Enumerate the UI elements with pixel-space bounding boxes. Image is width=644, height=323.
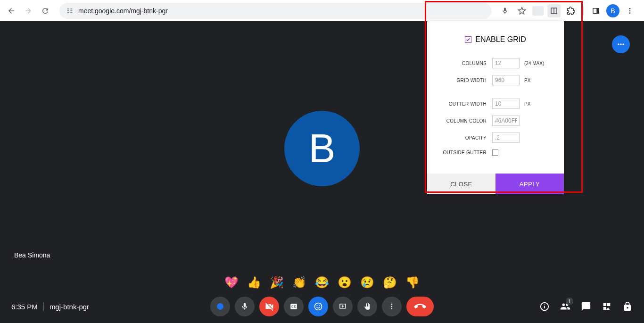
- enable-grid-checkbox[interactable]: [465, 36, 471, 43]
- reaction-party[interactable]: 🎉: [270, 276, 284, 289]
- chat-button[interactable]: [581, 301, 591, 312]
- people-button[interactable]: 1: [560, 301, 570, 312]
- reaction-wow[interactable]: 😮: [338, 276, 352, 289]
- enable-grid-label: ENABLE GRID: [475, 35, 526, 44]
- reaction-sad[interactable]: 😢: [360, 276, 374, 289]
- svg-point-6: [629, 12, 631, 14]
- sidepanel-icon[interactable]: [589, 4, 603, 17]
- mic-button[interactable]: [235, 297, 255, 316]
- reactions-bar: 💖 👍 🎉 👏 😂 😮 😢 🤔 👎: [224, 276, 420, 289]
- right-panel-controls: 1: [539, 301, 633, 312]
- columns-label: COLUMNS: [437, 61, 492, 66]
- people-count-badge: 1: [566, 298, 573, 305]
- present-button[interactable]: [333, 297, 353, 316]
- enable-grid-row[interactable]: ENABLE GRID: [437, 35, 554, 44]
- end-call-button[interactable]: [406, 297, 434, 316]
- camera-off-button[interactable]: [259, 297, 279, 316]
- svg-point-10: [315, 303, 322, 310]
- meet-more-options[interactable]: [612, 35, 630, 53]
- gridwidth-label: GRID WIDTH: [437, 78, 492, 83]
- reaction-thumbsdown[interactable]: 👎: [405, 276, 420, 289]
- host-controls-button[interactable]: [622, 301, 633, 312]
- gutter-suffix: PX: [524, 101, 530, 107]
- raise-hand-button[interactable]: [357, 297, 377, 316]
- activities-button[interactable]: [602, 301, 612, 312]
- forward-button[interactable]: [21, 3, 36, 18]
- address-bar[interactable]: meet.google.com/mgj-btnk-pgr: [59, 3, 492, 19]
- svg-point-5: [629, 10, 631, 11]
- svg-point-12: [319, 305, 320, 306]
- bookmark-star-icon[interactable]: [515, 4, 528, 17]
- svg-point-9: [622, 43, 624, 45]
- svg-point-4: [629, 8, 631, 9]
- grid-extension-popup: ENABLE GRID COLUMNS (24 MAX) GRID WIDTH …: [427, 21, 564, 194]
- svg-point-15: [391, 308, 393, 309]
- mic-permission-icon[interactable]: [498, 4, 512, 17]
- reaction-laugh[interactable]: 😂: [315, 276, 329, 289]
- gridwidth-input[interactable]: [492, 75, 520, 85]
- reaction-clap[interactable]: 👏: [292, 276, 306, 289]
- separator: [583, 6, 584, 16]
- extensions-puzzle-icon[interactable]: [564, 4, 578, 17]
- clock-time: 6:35 PM: [11, 303, 38, 311]
- extension-blank-icon[interactable]: [532, 6, 544, 16]
- back-button[interactable]: [4, 3, 19, 18]
- reaction-thinking[interactable]: 🤔: [383, 276, 397, 289]
- outside-gutter-label: OUTSIDE GUTTER: [437, 150, 492, 155]
- svg-point-11: [317, 305, 318, 306]
- reaction-heart[interactable]: 💖: [224, 276, 239, 289]
- browser-right-controls: B: [498, 4, 640, 17]
- meeting-details-button[interactable]: [539, 301, 550, 312]
- meet-bottom-bar: 6:35 PM mgj-btnk-pgr 1: [0, 290, 644, 323]
- apply-button[interactable]: APPLY: [495, 174, 564, 194]
- browser-toolbar: meet.google.com/mgj-btnk-pgr B: [0, 0, 644, 21]
- reaction-thumbsup[interactable]: 👍: [247, 276, 261, 289]
- svg-point-13: [391, 304, 393, 305]
- profile-avatar[interactable]: B: [606, 4, 619, 17]
- color-input[interactable]: [492, 116, 520, 126]
- participant-avatar: B: [284, 111, 360, 186]
- url-text: meet.google.com/mgj-btnk-pgr: [78, 7, 168, 15]
- opacity-input[interactable]: [492, 133, 520, 143]
- call-controls: [210, 297, 434, 316]
- svg-point-7: [618, 43, 619, 45]
- reload-button[interactable]: [38, 3, 53, 18]
- meeting-code: mgj-btnk-pgr: [50, 303, 89, 311]
- audio-indicator[interactable]: [210, 297, 230, 316]
- close-button[interactable]: CLOSE: [427, 174, 495, 194]
- svg-rect-3: [596, 8, 599, 13]
- opacity-label: OPACITY: [437, 135, 492, 141]
- chrome-menu-icon[interactable]: [623, 4, 636, 17]
- outside-gutter-checkbox[interactable]: [492, 149, 498, 156]
- svg-point-18: [544, 304, 545, 305]
- captions-button[interactable]: [284, 297, 304, 316]
- grid-extension-icon[interactable]: [547, 4, 561, 17]
- gutter-input[interactable]: [492, 99, 520, 109]
- site-settings-icon: [66, 7, 74, 15]
- participant-name-label: Bea Simona: [14, 251, 50, 259]
- svg-point-14: [391, 306, 393, 307]
- more-controls-button[interactable]: [382, 297, 402, 316]
- gutter-label: GUTTER WIDTH: [437, 101, 492, 107]
- reactions-button[interactable]: [308, 297, 328, 316]
- columns-input[interactable]: [492, 58, 520, 68]
- columns-suffix: (24 MAX): [524, 61, 544, 66]
- color-label: COLUMN COLOR: [437, 118, 492, 124]
- divider: [43, 302, 44, 311]
- meeting-info: 6:35 PM mgj-btnk-pgr: [11, 302, 89, 311]
- svg-point-8: [620, 43, 621, 45]
- gridwidth-suffix: PX: [524, 78, 530, 83]
